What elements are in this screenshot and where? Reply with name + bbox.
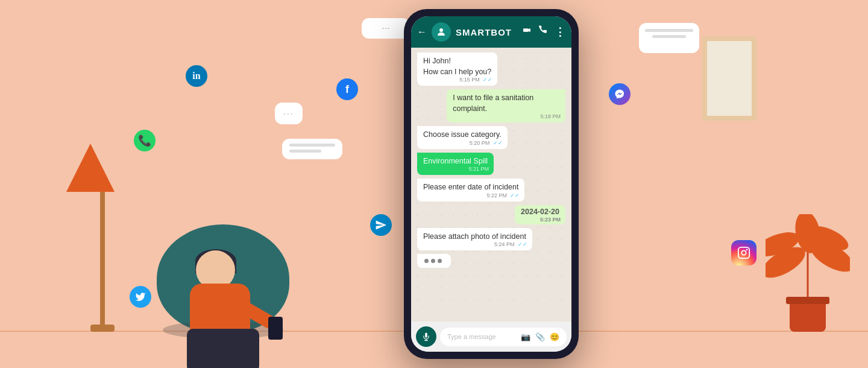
input-placeholder: Type a message bbox=[447, 333, 496, 340]
lamp bbox=[78, 144, 127, 332]
person-legs bbox=[187, 329, 259, 368]
typing-dot-2 bbox=[431, 259, 435, 263]
lamp-base bbox=[90, 325, 115, 332]
message-time: 5:24 PM ✓✓ bbox=[494, 241, 527, 249]
attach-icon[interactable]: 📎 bbox=[535, 332, 545, 341]
message-date-request: Please enter date of incident 5:22 PM ✓✓ bbox=[417, 179, 524, 201]
phone-screen: ← SMARTBOT ⋮ bbox=[411, 16, 571, 352]
wall-frame bbox=[702, 36, 756, 121]
chat-header: ← SMARTBOT ⋮ bbox=[411, 16, 571, 48]
message-time: 5:22 PM ✓✓ bbox=[486, 192, 520, 200]
telegram-icon[interactable] bbox=[370, 214, 392, 236]
message-date-value: 2024-02-20 5:23 PM bbox=[515, 205, 565, 224]
message-attach-photo: Please attach photo of incident 5:24 PM … bbox=[417, 228, 532, 251]
mic-button[interactable] bbox=[416, 326, 436, 347]
message-text: Environmental Spill bbox=[423, 157, 488, 165]
message-text: Please enter date of incident bbox=[423, 183, 518, 191]
message-time: 5:20 PM ✓✓ bbox=[470, 139, 503, 147]
input-icons: 📷 📎 😊 bbox=[521, 332, 559, 341]
speech-bubble-top-right bbox=[639, 23, 699, 53]
message-time: 5:23 PM bbox=[540, 217, 561, 223]
speech-bubble-lines bbox=[282, 139, 342, 159]
linkedin-icon[interactable]: in bbox=[186, 65, 207, 87]
phone-mockup: ← SMARTBOT ⋮ bbox=[404, 9, 579, 359]
instagram-icon[interactable] bbox=[731, 240, 756, 265]
message-text: Choose issue category. bbox=[423, 130, 502, 139]
plant bbox=[790, 302, 826, 332]
emoji-icon[interactable]: 😊 bbox=[550, 332, 559, 341]
lamp-pole bbox=[100, 192, 105, 325]
twitter-icon[interactable] bbox=[130, 286, 151, 308]
whatsapp-icon[interactable]: 📞 bbox=[134, 130, 156, 151]
scene: in f 📞 ··· ··· bbox=[0, 0, 868, 368]
typing-dot-3 bbox=[438, 259, 442, 263]
hand-phone bbox=[268, 317, 283, 340]
camera-icon[interactable]: 📷 bbox=[521, 332, 530, 341]
check-icon: ✓✓ bbox=[493, 140, 503, 146]
svg-point-2 bbox=[746, 249, 748, 251]
chat-messages: Hi John!How can I help you? 5:15 PM ✓✓ I… bbox=[411, 48, 571, 322]
check-icon: ✓✓ bbox=[483, 77, 492, 83]
message-sanitation: I want to file a sanitation complaint. 5… bbox=[447, 89, 565, 122]
chat-name: SMARTBOT bbox=[456, 27, 517, 37]
speech-bubble-top-left: ··· bbox=[362, 18, 410, 39]
message-environmental-spill: Environmental Spill 5:21 PM bbox=[417, 153, 494, 176]
typing-dot-1 bbox=[424, 259, 429, 263]
message-hi-john: Hi John!How can I help you? 5:15 PM ✓✓ bbox=[417, 52, 497, 86]
message-choose-issue: Choose issue category. 5:20 PM ✓✓ bbox=[417, 126, 508, 149]
chat-input-field[interactable]: Type a message 📷 📎 😊 bbox=[440, 328, 567, 346]
message-text: Hi John!How can I help you? bbox=[423, 57, 491, 76]
svg-rect-0 bbox=[738, 247, 749, 258]
svg-point-9 bbox=[439, 28, 443, 32]
message-time: 5:18 PM bbox=[540, 113, 561, 121]
message-text: 2024-02-20 bbox=[521, 208, 559, 216]
message-time: 5:15 PM ✓✓ bbox=[459, 76, 492, 84]
phone-call-icon[interactable] bbox=[539, 25, 547, 39]
svg-point-1 bbox=[741, 250, 746, 255]
messenger-icon[interactable] bbox=[609, 83, 631, 105]
back-button[interactable]: ← bbox=[417, 27, 427, 37]
check-icon: ✓✓ bbox=[518, 241, 527, 247]
video-call-icon[interactable] bbox=[522, 25, 532, 39]
chat-input-bar: Type a message 📷 📎 😊 bbox=[411, 322, 571, 352]
chat-avatar bbox=[432, 22, 451, 42]
message-text: Please attach photo of incident bbox=[423, 232, 526, 241]
typing-indicator bbox=[417, 254, 451, 268]
lamp-shade bbox=[66, 144, 115, 192]
facebook-icon[interactable]: f bbox=[336, 78, 358, 100]
message-time: 5:21 PM bbox=[468, 165, 489, 173]
check-icon: ✓✓ bbox=[510, 192, 520, 198]
message-text: I want to file a sanitation complaint. bbox=[453, 94, 533, 113]
speech-bubble-dots: ··· bbox=[275, 103, 303, 124]
more-options-icon[interactable]: ⋮ bbox=[555, 25, 565, 39]
plant-pot bbox=[790, 302, 826, 332]
chat-header-icons: ⋮ bbox=[522, 25, 565, 39]
plant-leaves bbox=[766, 214, 850, 305]
